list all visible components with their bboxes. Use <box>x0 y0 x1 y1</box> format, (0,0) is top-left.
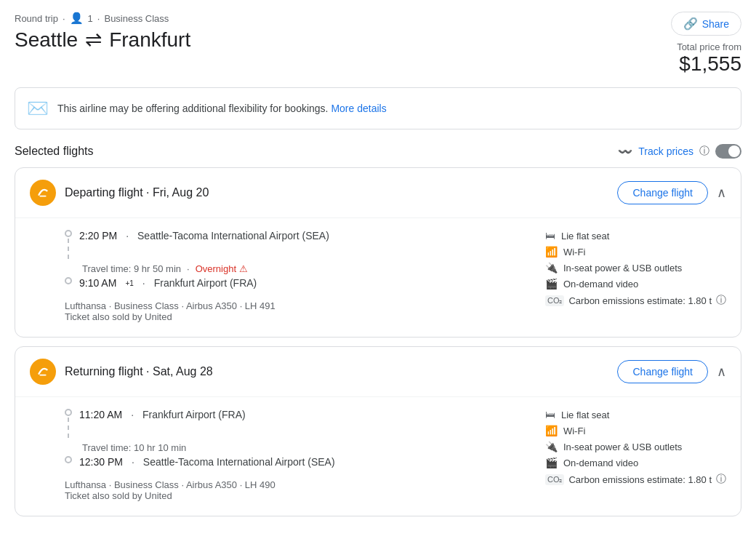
sep-overnight: · <box>187 263 190 274</box>
co2-info-icon[interactable]: ⓘ <box>716 294 726 307</box>
arrival-time-row: 9:10 AM+1 · Frankfurt Airport (FRA) <box>79 277 257 289</box>
returning-collapse-icon[interactable]: ∧ <box>717 364 726 380</box>
departing-airline-detail: Lufthansa · Business Class · Airbus A350… <box>65 300 516 311</box>
co2-icon: CO₂ <box>545 295 565 306</box>
co2-label-text: Carbon emissions estimate: 1.80 t <box>568 295 712 306</box>
ret-lie-flat-icon: 🛏 <box>545 409 555 420</box>
departing-flight-body: 2:20 PM · Seattle-Tacoma International A… <box>15 218 741 337</box>
trip-meta: Round trip · 👤 1 · Business Class <box>15 12 190 25</box>
dot-sep1: · <box>63 13 65 24</box>
departing-flight-header: Departing flight · Fri, Aug 20 Change fl… <box>15 168 741 218</box>
ret-amenity-power: 🔌 In-seat power & USB outlets <box>545 441 726 452</box>
ret-arrival-dot <box>65 456 72 463</box>
returning-ticket-info: Ticket also sold by United <box>65 490 516 501</box>
passenger-count: 1 <box>88 13 93 24</box>
ret-amenity-co2: CO₂ Carbon emissions estimate: 1.80 t ⓘ <box>545 473 726 486</box>
departure-airport: Seattle-Tacoma International Airport (SE… <box>137 230 329 241</box>
ret-departure-time-row: 11:20 AM · Frankfurt Airport (FRA) <box>79 409 246 420</box>
banner-main-text: This airline may be offering additional … <box>57 103 329 114</box>
departure-dot-line <box>65 230 72 260</box>
overnight-warning-icon: ⚠ <box>239 263 248 274</box>
ret-co2-info-icon[interactable]: ⓘ <box>716 473 726 486</box>
ret-departure-info: 11:20 AM · Frankfurt Airport (FRA) <box>79 409 246 423</box>
departing-ticket-info: Ticket also sold by United <box>65 311 516 322</box>
ret-amenity-wifi: 📶 Wi-Fi <box>545 425 726 436</box>
arrival-dot-line <box>65 277 72 284</box>
ret-wifi-icon: 📶 <box>545 425 558 436</box>
power-label: In-seat power & USB outlets <box>563 263 682 274</box>
returning-change-button[interactable]: Change flight <box>617 360 708 383</box>
lufthansa-icon <box>35 185 51 201</box>
header-left: Round trip · 👤 1 · Business Class Seattl… <box>15 12 190 52</box>
svg-point-1 <box>36 365 49 378</box>
amenity-co2: CO₂ Carbon emissions estimate: 1.80 t ⓘ <box>545 294 726 307</box>
ret-arr-sep: · <box>132 456 134 468</box>
ret-video-label: On-demand video <box>563 458 638 468</box>
ret-arrival-time-row: 12:30 PM · Seattle-Tacoma International … <box>79 456 335 468</box>
departure-dot <box>65 230 72 237</box>
returning-airline-logo <box>30 359 56 385</box>
track-prices-area: 〰️ Track prices ⓘ <box>618 144 741 159</box>
amenity-power: 🔌 In-seat power & USB outlets <box>545 262 726 274</box>
ret-departure-airport: Frankfurt Airport (FRA) <box>142 409 246 420</box>
share-button[interactable]: 🔗 Share <box>671 12 741 36</box>
ret-video-icon: 🎬 <box>545 457 558 468</box>
arrival-time: 9:10 AM <box>79 277 116 289</box>
arrival-airport: Frankfurt Airport (FRA) <box>154 277 257 289</box>
returning-airline-info: Lufthansa · Business Class · Airbus A350… <box>65 479 516 501</box>
returning-flight-card: Returning flight · Sat, Aug 28 Change fl… <box>15 346 741 516</box>
ret-arrival-info: 12:30 PM · Seattle-Tacoma International … <box>79 456 335 471</box>
track-prices-toggle[interactable] <box>715 144 741 159</box>
returning-flight-header: Returning flight · Sat, Aug 28 Change fl… <box>15 347 741 397</box>
ret-co2-icon: CO₂ <box>545 474 565 485</box>
ret-dep-sep: · <box>131 409 134 420</box>
ret-departure-time: 11:20 AM <box>79 409 122 420</box>
ret-power-icon: 🔌 <box>545 441 558 452</box>
dep-sep: · <box>126 230 129 241</box>
amenity-wifi: 📶 Wi-Fi <box>545 246 726 257</box>
total-price-label: Total price from <box>671 41 741 52</box>
selected-flights-header: Selected flights 〰️ Track prices ⓘ <box>15 144 741 159</box>
ret-lie-flat-label: Lie flat seat <box>561 410 610 420</box>
returning-travel-time: Travel time: 10 hr 10 min <box>82 442 186 453</box>
ret-arrival-airport: Seattle-Tacoma International Airport (SE… <box>143 456 335 468</box>
banner-text: This airline may be offering additional … <box>57 103 387 114</box>
ret-amenity-video: 🎬 On-demand video <box>545 457 726 468</box>
route-title: Seattle ⇌ Frankfurt <box>15 28 190 52</box>
departing-flight-times: 2:20 PM · Seattle-Tacoma International A… <box>65 230 516 322</box>
returning-airline-detail: Lufthansa · Business Class · Airbus A350… <box>65 479 516 490</box>
dot-sep2: · <box>97 13 100 24</box>
track-prices-icon: 〰️ <box>618 145 632 159</box>
amenity-lie-flat: 🛏 Lie flat seat <box>545 230 726 241</box>
track-prices-info-icon[interactable]: ⓘ <box>699 145 709 158</box>
returning-header-right: Change flight ∧ <box>617 360 726 383</box>
person-icon: 👤 <box>70 12 84 25</box>
departing-change-button[interactable]: Change flight <box>617 181 708 204</box>
departure-time: 2:20 PM <box>79 230 117 241</box>
lie-flat-icon: 🛏 <box>545 230 555 241</box>
track-prices-label[interactable]: Track prices <box>638 145 693 157</box>
flexibility-banner: ✉️ This airline may be offering addition… <box>15 87 741 129</box>
selected-flights-title: Selected flights <box>15 145 94 158</box>
departing-collapse-icon[interactable]: ∧ <box>717 185 726 201</box>
ret-co2-label-text: Carbon emissions estimate: 1.80 t <box>568 474 712 485</box>
wifi-label: Wi-Fi <box>563 247 585 257</box>
origin-city: Seattle <box>15 28 78 52</box>
more-details-link[interactable]: More details <box>331 103 386 114</box>
ret-departure-dot <box>65 409 72 416</box>
cabin-class-label: Business Class <box>104 13 169 24</box>
ret-arrival-time: 12:30 PM <box>79 456 123 468</box>
ret-arrival-dot-line <box>65 456 72 463</box>
ret-power-label: In-seat power & USB outlets <box>563 442 682 452</box>
share-icon: 🔗 <box>683 17 698 31</box>
video-label: On-demand video <box>563 279 638 290</box>
departing-amenities: 🛏 Lie flat seat 📶 Wi-Fi 🔌 In-seat power … <box>545 230 726 322</box>
wifi-icon: 📶 <box>545 246 558 257</box>
returning-flight-times: 11:20 AM · Frankfurt Airport (FRA) Trave… <box>65 409 516 501</box>
returning-flight-body: 11:20 AM · Frankfurt Airport (FRA) Trave… <box>15 397 741 516</box>
arrival-info: 9:10 AM+1 · Frankfurt Airport (FRA) <box>79 277 257 292</box>
power-icon: 🔌 <box>545 262 558 274</box>
video-icon: 🎬 <box>545 278 558 290</box>
departure-time-row: 2:20 PM · Seattle-Tacoma International A… <box>79 230 329 241</box>
arrival-dot <box>65 277 72 284</box>
